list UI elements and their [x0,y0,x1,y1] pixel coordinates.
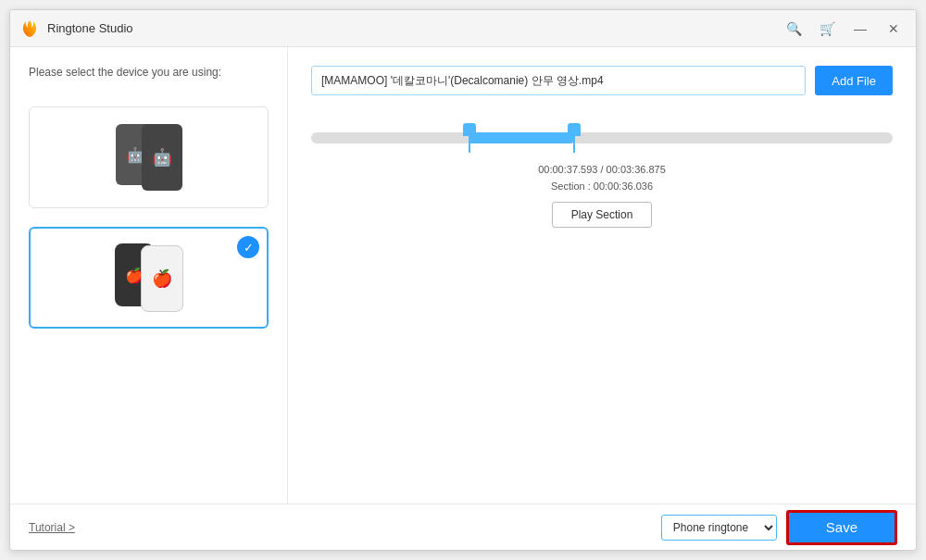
track-selection [469,132,573,143]
cart-icon: 🛒 [820,21,835,36]
tutorial-link[interactable]: Tutorial > [29,521,75,534]
cart-button[interactable]: 🛒 [814,16,840,42]
right-handle-top [568,123,581,136]
right-handle[interactable] [568,123,581,153]
check-icon: ✓ [244,241,254,255]
add-file-button[interactable]: Add File [815,66,893,95]
selected-check-badge: ✓ [237,236,259,258]
footer-right: Phone ringtone Notification tone Alarm t… [661,510,897,545]
footer: Tutorial > Phone ringtone Notification t… [10,504,916,550]
close-button[interactable]: ✕ [881,16,907,42]
right-handle-line [573,136,575,153]
app-window: Ringtone Studio 🔍 🛒 — ✕ Please select th… [9,9,917,551]
sidebar-label: Please select the device you are using: [29,66,269,79]
play-section-button[interactable]: Play Section [552,202,653,228]
title-bar-right: 🔍 🛒 — ✕ [781,16,907,42]
save-button[interactable]: Save [786,510,897,545]
title-bar-left: Ringtone Studio [19,19,133,39]
app-title: Ringtone Studio [47,21,133,35]
ringtone-type-select[interactable]: Phone ringtone Notification tone Alarm t… [661,515,777,541]
time-info: 00:00:37.593 / 00:03:36.875 Section : 00… [538,162,666,194]
ios-device-card[interactable]: ✓ 🍎 🍎 [29,227,269,329]
file-input[interactable] [311,66,806,95]
waveform-area: 00:00:37.593 / 00:03:36.875 Section : 00… [311,121,893,228]
search-button[interactable]: 🔍 [781,16,807,42]
minimize-icon: — [854,21,867,36]
title-bar: Ringtone Studio 🔍 🛒 — ✕ [10,10,916,47]
track-background [311,132,893,143]
android-phone-front: 🤖 [142,124,182,191]
ios-phone-front: 🍎 [141,245,183,312]
file-row: Add File [311,66,893,95]
app-icon [19,19,40,39]
main-panel: Add File [288,47,916,504]
minimize-button[interactable]: — [847,16,873,42]
time-display: 00:00:37.593 / 00:03:36.875 [538,162,666,179]
close-icon: ✕ [888,21,899,36]
search-icon: 🔍 [786,21,802,36]
left-handle[interactable] [463,123,476,153]
sidebar: Please select the device you are using: … [10,47,288,504]
left-handle-line [469,136,470,153]
section-display: Section : 00:00:36.036 [538,179,666,195]
android-device-card[interactable]: 🤖 🤖 [29,106,269,208]
waveform-track[interactable] [311,121,893,155]
left-handle-top [463,123,476,136]
content-area: Please select the device you are using: … [10,47,916,504]
